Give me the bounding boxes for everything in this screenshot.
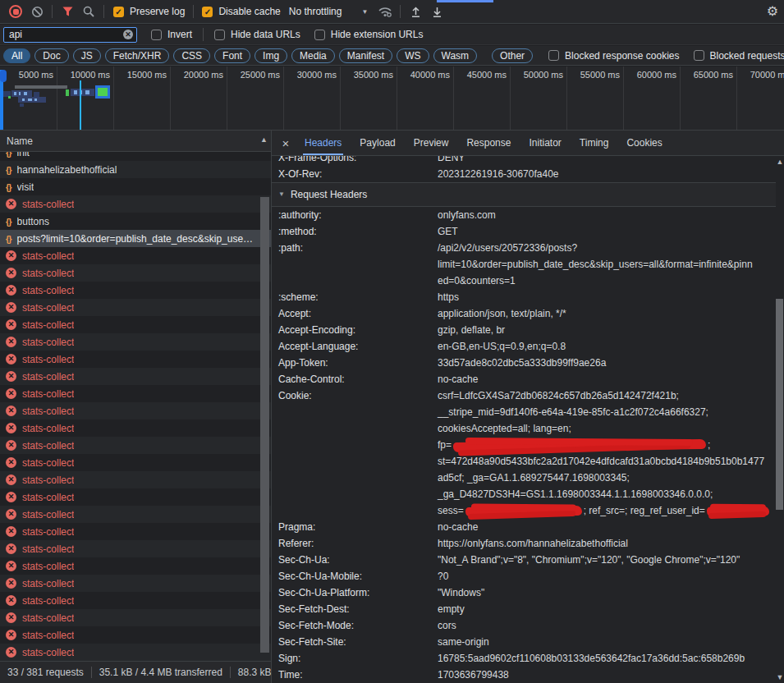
type-filter-media[interactable]: Media xyxy=(291,48,335,63)
name-column-header[interactable]: Name xyxy=(0,131,271,152)
request-row[interactable]: {}hannahelizabethofficial xyxy=(0,161,271,178)
header-row: Accept-Encoding:gzip, deflate, br xyxy=(272,322,776,338)
preserve-log-label: Preserve log xyxy=(130,6,185,17)
scroll-down-arrow-icon[interactable]: ▼ xyxy=(776,673,784,681)
type-filter-fetch-xhr[interactable]: Fetch/XHR xyxy=(105,48,170,63)
request-row[interactable]: ✕stats-collect xyxy=(0,402,271,419)
request-name: stats-collect xyxy=(22,440,74,452)
preserve-log-checkbox[interactable]: ✓ Preserve log xyxy=(113,6,185,17)
request-name: visit xyxy=(17,181,34,193)
tab-initiator[interactable]: Initiator xyxy=(520,131,570,155)
request-row[interactable]: ✕stats-collect xyxy=(0,368,271,385)
request-row[interactable]: ✕stats-collect xyxy=(0,626,271,644)
request-row[interactable]: ✕stats-collect xyxy=(0,333,271,351)
tab-headers[interactable]: Headers xyxy=(296,131,351,155)
request-row[interactable]: ✕stats-collect xyxy=(0,540,271,557)
throttling-value: No throttling xyxy=(289,6,342,17)
tab-cookies[interactable]: Cookies xyxy=(617,131,671,155)
type-filter-img[interactable]: Img xyxy=(254,48,287,63)
tab-payload[interactable]: Payload xyxy=(351,131,404,155)
type-filter-font[interactable]: Font xyxy=(214,48,250,63)
timeline-tick-label: 70000 ms xyxy=(750,70,784,80)
request-row[interactable]: ✕stats-collect xyxy=(0,351,271,368)
tab-timing[interactable]: Timing xyxy=(571,131,618,155)
request-row[interactable]: ✕stats-collect xyxy=(0,282,271,299)
overview-window-handle[interactable] xyxy=(0,70,7,82)
request-row[interactable]: ✕stats-collect xyxy=(0,609,271,626)
request-row[interactable]: ✕stats-collect xyxy=(0,247,271,264)
request-row[interactable]: ✕stats-collect xyxy=(0,644,271,661)
request-row[interactable]: ✕stats-collect xyxy=(0,557,271,575)
request-row[interactable]: ✕stats-collect xyxy=(0,454,271,471)
request-row[interactable]: ✕stats-collect xyxy=(0,437,271,454)
requests-scrollbar-thumb[interactable] xyxy=(260,197,269,653)
request-row[interactable]: {}buttons xyxy=(0,213,271,230)
request-row[interactable]: ✕stats-collect xyxy=(0,195,271,213)
clear-filter-icon[interactable]: ✕ xyxy=(123,30,133,39)
header-row: Sec-Fetch-Site:same-origin xyxy=(272,634,776,650)
failed-request-icon: ✕ xyxy=(6,647,16,658)
type-filter-other[interactable]: Other xyxy=(492,48,533,63)
request-row[interactable]: ✕stats-collect xyxy=(0,264,271,282)
search-button[interactable] xyxy=(78,2,99,21)
request-headers-section[interactable]: ▼Request Headers xyxy=(272,183,776,207)
record-button[interactable] xyxy=(5,2,26,21)
name-column-label: Name xyxy=(7,135,33,147)
failed-request-icon: ✕ xyxy=(6,543,16,554)
type-filter-ws[interactable]: WS xyxy=(397,48,429,63)
header-name: Sec-Fetch-Dest: xyxy=(278,601,438,617)
failed-request-icon: ✕ xyxy=(6,561,16,571)
request-row[interactable]: ✕stats-collect xyxy=(0,575,271,592)
hide-extension-urls-checkbox[interactable]: Hide extension URLs xyxy=(314,29,424,40)
request-row[interactable]: ✕stats-collect xyxy=(0,592,271,609)
filter-button[interactable] xyxy=(57,2,78,21)
request-name: stats-collect xyxy=(22,526,74,538)
timeline-tick-label: 20000 ms xyxy=(184,70,223,80)
request-row[interactable]: ✕stats-collect xyxy=(0,299,271,316)
scroll-up-arrow-icon[interactable]: ▲ xyxy=(776,158,784,166)
request-row[interactable]: ✕stats-collect xyxy=(0,488,271,506)
throttling-select[interactable]: No throttling ▼ xyxy=(289,6,369,17)
blocked-response-cookies-checkbox[interactable]: Blocked response cookies xyxy=(548,50,679,62)
failed-request-icon: ✕ xyxy=(6,492,16,502)
request-row[interactable]: ✕stats-collect xyxy=(0,471,271,488)
request-row[interactable]: ✕stats-collect xyxy=(0,523,271,540)
filter-input[interactable] xyxy=(3,27,137,43)
type-filter-wasm[interactable]: Wasm xyxy=(433,48,478,63)
blocked-requests-checkbox[interactable]: Blocked requests xyxy=(694,50,784,62)
network-conditions-button[interactable] xyxy=(374,2,396,21)
type-filter-manifest[interactable]: Manifest xyxy=(339,48,392,63)
invert-checkbox[interactable]: Invert xyxy=(151,29,192,40)
request-row[interactable]: {}init xyxy=(0,152,271,161)
clear-button[interactable] xyxy=(26,2,48,21)
waterfall-bar xyxy=(19,92,21,95)
header-value: en-GB,en-US;q=0.9,en;q=0.8 xyxy=(438,338,776,355)
header-name: App-Token: xyxy=(278,355,438,371)
checkbox-checked-icon: ✓ xyxy=(113,7,124,17)
type-filter-css[interactable]: CSS xyxy=(173,48,210,63)
scroll-up-arrow-icon[interactable]: ▲ xyxy=(260,135,268,144)
disable-cache-checkbox[interactable]: ✓ Disable cache xyxy=(202,6,280,17)
header-name: :path: xyxy=(278,240,438,289)
request-row[interactable]: ✕stats-collect xyxy=(0,316,271,333)
details-scrollbar-thumb[interactable] xyxy=(776,299,783,510)
hide-data-urls-checkbox[interactable]: Hide data URLs xyxy=(214,29,300,40)
request-row[interactable]: ✕stats-collect xyxy=(0,385,271,402)
type-filter-doc[interactable]: Doc xyxy=(34,48,68,63)
header-name: Sec-Fetch-Mode: xyxy=(278,617,438,634)
request-row[interactable]: ✕stats-collect xyxy=(0,419,271,437)
tab-response[interactable]: Response xyxy=(457,131,520,155)
import-har-button[interactable] xyxy=(405,2,426,21)
type-filter-all[interactable]: All xyxy=(3,48,30,63)
request-row[interactable]: {}visit xyxy=(0,178,271,195)
export-har-button[interactable] xyxy=(426,2,447,21)
request-row[interactable]: {}posts?limit=10&order=publish_date_desc… xyxy=(0,230,271,247)
header-name: Sign: xyxy=(278,650,438,667)
settings-button[interactable]: ⚙ xyxy=(767,3,778,19)
close-details-button[interactable]: × xyxy=(276,136,296,150)
request-name: stats-collect xyxy=(22,337,74,348)
network-overview-timeline[interactable]: 5000 ms10000 ms15000 ms20000 ms25000 ms3… xyxy=(0,66,784,131)
type-filter-js[interactable]: JS xyxy=(73,48,101,63)
request-row[interactable]: ✕stats-collect xyxy=(0,506,271,523)
tab-preview[interactable]: Preview xyxy=(405,131,458,155)
